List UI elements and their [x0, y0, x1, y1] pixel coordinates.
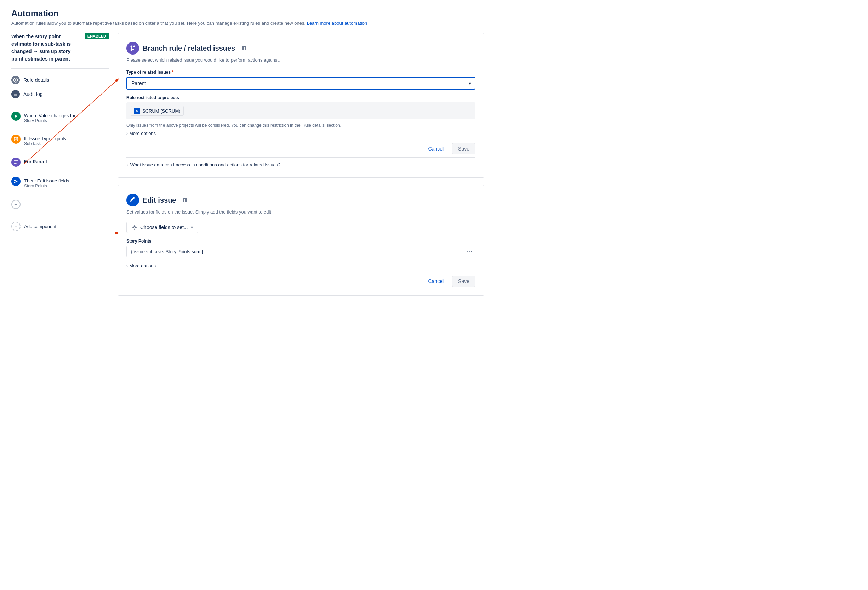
branch-more-options[interactable]: More options	[126, 131, 475, 136]
nav-audit-log[interactable]: Audit log	[11, 87, 109, 101]
required-star: *	[171, 70, 173, 75]
add-component-icon: +	[11, 222, 21, 231]
add-component-btn[interactable]: + Add component	[11, 220, 109, 232]
action-dot	[11, 177, 21, 186]
enabled-badge: ENABLED	[85, 33, 109, 39]
story-points-field: Story Points ···	[126, 239, 475, 257]
edit-more-options-row: More options	[126, 263, 475, 268]
branch-panel-header: Branch rule / related issues 🗑	[126, 42, 475, 55]
condition-dot	[11, 135, 21, 144]
branch-save-btn[interactable]: Save	[452, 143, 475, 154]
edit-panel: Edit issue 🗑 Set values for fields on th…	[118, 185, 484, 296]
restricted-projects-box: S SCRUM (SCRUM)	[126, 102, 475, 119]
audit-log-icon	[11, 90, 20, 98]
edit-more-options[interactable]: More options	[126, 263, 475, 268]
choose-fields-btn[interactable]: Choose fields to set... ▾	[126, 222, 198, 233]
right-content: Branch rule / related issues 🗑 Please se…	[118, 33, 484, 296]
sidebar: When the story point estimate for a sub-…	[11, 33, 118, 296]
nav-rule-details[interactable]: Rule details	[11, 73, 109, 87]
edit-trash-icon[interactable]: 🗑	[182, 197, 188, 203]
pipeline-trigger[interactable]: When: Value changes for Story Points	[11, 110, 109, 126]
rule-details-label: Rule details	[24, 77, 49, 83]
svg-point-12	[131, 46, 132, 47]
faq-row[interactable]: What issue data can I access in conditio…	[126, 157, 475, 169]
story-points-input-wrapper: ···	[126, 246, 475, 257]
svg-point-13	[133, 46, 135, 47]
svg-point-15	[134, 227, 136, 228]
chevron-down-icon: ▾	[191, 225, 193, 230]
svg-marker-5	[15, 114, 17, 118]
svg-point-8	[16, 160, 18, 161]
rule-details-icon	[11, 76, 20, 84]
page-title: Automation	[11, 9, 484, 18]
nav-divider-2	[11, 105, 109, 106]
restricted-label: Rule restricted to projects	[126, 95, 475, 100]
branch-dot	[11, 158, 21, 167]
nav-divider	[11, 68, 109, 69]
rule-title-row: When the story point estimate for a sub-…	[11, 33, 109, 63]
gear-icon	[132, 225, 137, 230]
branch-cancel-btn[interactable]: Cancel	[422, 143, 449, 154]
svg-point-7	[14, 160, 16, 161]
ellipsis-btn[interactable]: ···	[466, 248, 472, 255]
branch-trash-icon[interactable]: 🗑	[241, 45, 247, 51]
page-subtitle: Automation rules allow you to automate r…	[11, 21, 484, 26]
add-component-label: Add component	[24, 224, 56, 229]
project-tag: S SCRUM (SCRUM)	[131, 106, 184, 116]
edit-panel-desc: Set values for fields on the issue. Simp…	[126, 209, 475, 214]
edit-cancel-btn[interactable]: Cancel	[422, 275, 449, 287]
edit-panel-header: Edit issue 🗑	[126, 194, 475, 207]
edit-panel-actions: Cancel Save	[126, 275, 475, 287]
svg-rect-2	[14, 93, 17, 93]
trigger-label: When: Value changes for	[24, 113, 75, 118]
type-field: Type of related issues * Parent Subtasks…	[126, 70, 475, 90]
svg-point-1	[15, 79, 16, 81]
edit-panel-icon	[126, 194, 139, 207]
type-select-wrapper: Parent Subtasks Linked issues	[126, 77, 475, 90]
pipeline-condition[interactable]: If: Issue Type equals Sub-task	[11, 133, 109, 149]
type-field-label: Type of related issues *	[126, 70, 475, 75]
pipeline-branch[interactable]: For Parent	[11, 156, 109, 168]
branch-label: For Parent	[24, 159, 47, 164]
svg-rect-3	[14, 94, 17, 95]
restricted-section: Rule restricted to projects S SCRUM (SCR…	[126, 95, 475, 136]
edit-save-btn[interactable]: Save	[452, 275, 475, 287]
project-icon: S	[134, 108, 140, 114]
choose-fields-label: Choose fields to set...	[140, 225, 188, 230]
story-points-input[interactable]	[126, 246, 475, 257]
project-name: SCRUM (SCRUM)	[142, 108, 180, 114]
restriction-note: Only issues from the above projects will…	[126, 123, 475, 128]
trigger-dot	[11, 112, 21, 121]
edit-panel-title: Edit issue	[143, 196, 176, 204]
action-sublabel: Story Points	[24, 183, 69, 188]
pipeline-action[interactable]: Then: Edit issue fields Story Points	[11, 175, 109, 191]
branch-panel: Branch rule / related issues 🗑 Please se…	[118, 33, 484, 178]
svg-rect-4	[14, 95, 17, 96]
action-label: Then: Edit issue fields	[24, 178, 69, 183]
condition-sublabel: Sub-task	[24, 141, 66, 146]
branch-panel-icon	[126, 42, 139, 55]
add-circle-row[interactable]: +	[11, 198, 109, 210]
pipeline: When: Value changes for Story Points If:…	[11, 110, 109, 232]
connector-5	[16, 210, 16, 217]
branch-panel-actions: Cancel Save	[126, 143, 475, 154]
rule-title: When the story point estimate for a sub-…	[11, 33, 76, 63]
learn-more-link[interactable]: Learn more about automation	[307, 21, 368, 26]
story-points-label: Story Points	[126, 239, 475, 244]
branch-panel-desc: Please select which related issue you wo…	[126, 58, 475, 63]
trigger-sublabel: Story Points	[24, 118, 75, 123]
audit-log-label: Audit log	[24, 92, 43, 97]
condition-label: If: Issue Type equals	[24, 136, 66, 141]
type-select[interactable]: Parent Subtasks Linked issues	[126, 77, 475, 90]
branch-panel-title: Branch rule / related issues	[143, 44, 235, 52]
